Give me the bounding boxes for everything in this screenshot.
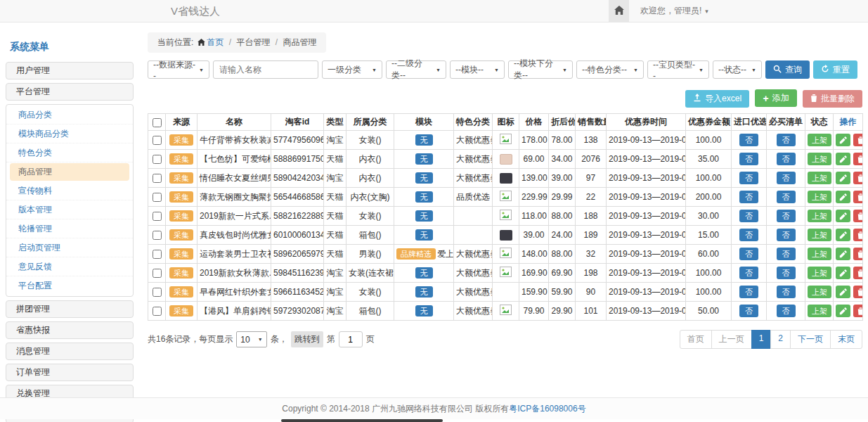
import-select-toggle[interactable]: 否 — [739, 305, 758, 317]
edit-icon[interactable] — [836, 172, 850, 184]
trash-icon[interactable] — [853, 267, 863, 279]
search-button[interactable]: 查询 — [765, 60, 810, 79]
edit-icon[interactable] — [836, 134, 850, 146]
import-select-toggle[interactable]: 否 — [739, 286, 758, 298]
reset-button[interactable]: 重置 — [813, 60, 857, 79]
trash-icon[interactable] — [853, 191, 863, 203]
status-button[interactable]: 上架 — [808, 191, 831, 203]
trash-icon[interactable] — [853, 153, 863, 165]
status-button[interactable]: 上架 — [808, 229, 831, 241]
sidebar-subitem[interactable]: 版本管理 — [6, 200, 133, 219]
sidebar-item[interactable]: 用户管理 — [6, 62, 134, 79]
import-select-toggle[interactable]: 否 — [739, 229, 758, 241]
edit-icon[interactable] — [836, 153, 850, 165]
sidebar-subitem[interactable]: 模块商品分类 — [6, 124, 133, 143]
row-checkbox[interactable] — [153, 307, 162, 316]
import-select-toggle[interactable]: 否 — [739, 191, 758, 203]
row-checkbox[interactable] — [153, 155, 162, 164]
import-select-toggle[interactable]: 否 — [739, 172, 758, 184]
status-button[interactable]: 上架 — [808, 305, 831, 317]
trash-icon[interactable] — [853, 286, 863, 298]
pager-button[interactable]: 首页 — [680, 330, 712, 349]
status-button[interactable]: 上架 — [808, 286, 831, 298]
breadcrumb-home-link[interactable]: 首页 — [207, 37, 224, 47]
edit-icon[interactable] — [836, 229, 850, 241]
filter-select[interactable]: --模块--▼ — [450, 60, 505, 79]
sidebar-subitem[interactable]: 轮播管理 — [6, 219, 133, 238]
row-checkbox[interactable] — [153, 136, 162, 145]
sidebar-item[interactable]: 平台管理 — [6, 83, 134, 101]
pager-button[interactable]: 上一页 — [711, 330, 752, 349]
must-buy-toggle[interactable]: 否 — [777, 153, 796, 165]
import-select-toggle[interactable]: 否 — [739, 134, 758, 146]
must-buy-toggle[interactable]: 否 — [777, 229, 796, 241]
status-button[interactable]: 上架 — [808, 210, 831, 222]
import-select-toggle[interactable]: 否 — [739, 248, 758, 260]
add-button[interactable]: + 添加 — [755, 89, 796, 107]
page-size-select[interactable]: 10 ▼ — [236, 331, 266, 347]
edit-icon[interactable] — [836, 286, 850, 298]
must-buy-toggle[interactable]: 否 — [777, 172, 796, 184]
sidebar-subitem[interactable]: 商品管理 — [10, 163, 129, 181]
sidebar-item[interactable]: 订单管理 — [6, 364, 134, 381]
sidebar-item[interactable]: 消息管理 — [6, 343, 134, 360]
status-button[interactable]: 上架 — [808, 153, 831, 165]
pager-button[interactable]: 2 — [770, 330, 791, 349]
trash-icon[interactable] — [853, 210, 863, 222]
trash-icon[interactable] — [853, 134, 863, 146]
sidebar-subitem[interactable]: 启动页管理 — [6, 238, 133, 257]
pager-button[interactable]: 末页 — [830, 330, 862, 349]
select-all-checkbox[interactable] — [153, 118, 162, 127]
filter-select[interactable]: --特色分类--▼ — [576, 60, 644, 79]
home-nav-button[interactable] — [609, 0, 629, 22]
sidebar-subitem[interactable]: 商品分类 — [6, 106, 133, 124]
must-buy-toggle[interactable]: 否 — [777, 248, 796, 260]
trash-icon[interactable] — [853, 248, 863, 260]
status-button[interactable]: 上架 — [808, 172, 831, 184]
filter-select[interactable]: 一级分类▼ — [322, 60, 382, 79]
row-checkbox[interactable] — [153, 193, 162, 202]
edit-icon[interactable] — [836, 210, 850, 222]
row-checkbox[interactable] — [153, 269, 162, 278]
icp-link[interactable]: 粤ICP备16098006号 — [509, 404, 585, 414]
must-buy-toggle[interactable]: 否 — [777, 134, 796, 146]
trash-icon[interactable] — [853, 172, 863, 184]
filter-select[interactable]: --数据来源--▼ — [148, 60, 209, 79]
filter-select[interactable]: --二级分类--▼ — [386, 60, 446, 79]
jump-page-input[interactable] — [339, 331, 363, 347]
edit-icon[interactable] — [836, 191, 850, 203]
user-menu[interactable]: 欢迎您，管理员! ▾ — [640, 0, 708, 22]
row-checkbox[interactable] — [153, 212, 162, 221]
edit-icon[interactable] — [836, 248, 850, 260]
trash-icon[interactable] — [853, 305, 863, 317]
must-buy-toggle[interactable]: 否 — [777, 191, 796, 203]
status-button[interactable]: 上架 — [808, 134, 831, 146]
sidebar-item[interactable]: 拼团管理 — [6, 300, 134, 318]
import-select-toggle[interactable]: 否 — [739, 153, 758, 165]
sidebar-item[interactable]: 省惠快报 — [6, 321, 134, 339]
status-button[interactable]: 上架 — [808, 248, 831, 260]
horizontal-scrollbar[interactable] — [281, 419, 443, 422]
must-buy-toggle[interactable]: 否 — [777, 305, 796, 317]
filter-select[interactable]: --模块下分类--▼ — [508, 60, 573, 79]
row-checkbox[interactable] — [153, 250, 162, 259]
name-search-input[interactable] — [213, 60, 318, 79]
sidebar-subitem[interactable]: 意见反馈 — [6, 257, 133, 276]
status-button[interactable]: 上架 — [808, 267, 831, 279]
batch-delete-button[interactable]: 批量删除 — [803, 90, 862, 108]
filter-select[interactable]: --宝贝类型--▼ — [647, 60, 709, 79]
sidebar-subitem[interactable]: 平台配置 — [6, 276, 133, 295]
must-buy-toggle[interactable]: 否 — [777, 210, 796, 222]
must-buy-toggle[interactable]: 否 — [777, 286, 796, 298]
import-select-toggle[interactable]: 否 — [739, 267, 758, 279]
pager-button[interactable]: 下一页 — [790, 330, 831, 349]
trash-icon[interactable] — [853, 229, 863, 241]
row-checkbox[interactable] — [153, 231, 162, 240]
sidebar-subitem[interactable]: 宣传物料 — [6, 181, 133, 200]
import-select-toggle[interactable]: 否 — [739, 210, 758, 222]
filter-select[interactable]: --状态--▼ — [713, 60, 762, 79]
must-buy-toggle[interactable]: 否 — [777, 267, 796, 279]
row-checkbox[interactable] — [153, 174, 162, 183]
pager-current-page[interactable]: 1 — [751, 330, 772, 349]
import-excel-button[interactable]: 导入excel — [685, 90, 749, 108]
